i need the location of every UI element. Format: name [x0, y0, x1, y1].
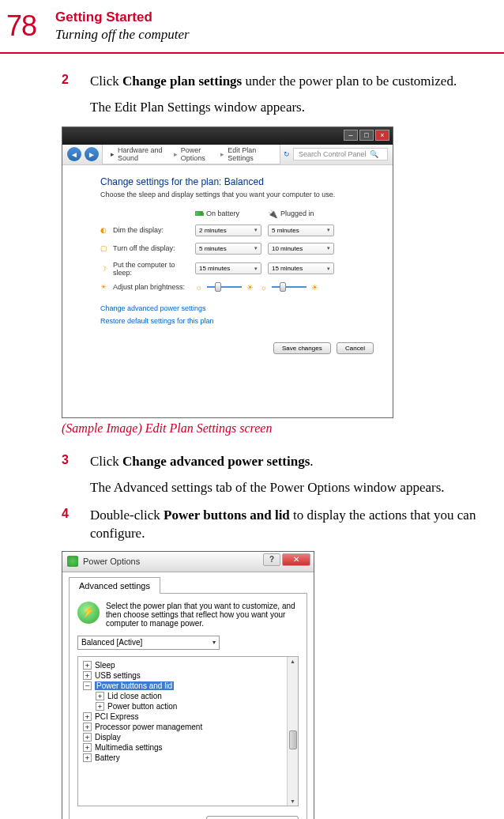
off-battery-select[interactable]: 5 minutes▾ [195, 243, 261, 255]
chevron-down-icon: ▾ [327, 227, 330, 233]
back-button[interactable]: ◄ [67, 147, 81, 161]
plug-icon: 🔌 [268, 209, 277, 218]
step4-pre: Double-click [90, 508, 164, 523]
expand-icon[interactable]: + [83, 671, 92, 680]
expand-icon[interactable]: + [96, 702, 104, 711]
bc-edit[interactable]: Edit Plan Settings [228, 146, 272, 162]
header-rule [0, 52, 504, 54]
row-sleep: ☽ Put the computer to sleep: 15 minutes▾… [100, 261, 374, 277]
search-icon: 🔍 [370, 150, 378, 158]
step3-followup: The Advanced settings tab of the Power O… [90, 479, 482, 497]
tree-pci-label: PCI Express [95, 712, 139, 721]
off-plugged-select[interactable]: 10 minutes▾ [268, 243, 334, 255]
dialog-titlebar[interactable]: Power Options ? ✕ [62, 552, 314, 572]
display-off-icon: ▢ [100, 244, 113, 252]
page-number: 78 [6, 9, 36, 43]
step-text: Double-click Power buttons and lid to di… [90, 507, 482, 543]
tree-processor[interactable]: +Processor power management [81, 722, 295, 732]
sleep-plugged-select[interactable]: 15 minutes▾ [268, 262, 334, 274]
close-button[interactable]: × [375, 130, 389, 141]
collapse-icon[interactable]: − [83, 681, 92, 690]
slider-thumb[interactable] [215, 282, 221, 292]
expand-icon[interactable]: + [83, 753, 92, 762]
row-dim: ◐ Dim the display: 2 minutes▾ 5 minutes▾ [100, 225, 374, 236]
bc-power[interactable]: Power Options [181, 146, 217, 162]
scroll-up-icon[interactable]: ▲ [288, 657, 297, 666]
step3-pre: Click [90, 454, 122, 469]
screenshot1-caption: (Sample Image) Edit Plan Settings screen [62, 421, 482, 436]
close-button[interactable]: ✕ [282, 553, 310, 566]
tree-mm-label: Multimedia settings [95, 743, 163, 752]
expand-icon[interactable]: + [96, 692, 104, 700]
dim-label: Dim the display: [113, 226, 195, 234]
col-battery-label: On battery [206, 209, 239, 217]
breadcrumb[interactable]: ▸ Hardware and Sound ▸ Power Options ▸ E… [102, 144, 280, 164]
save-button[interactable]: Save changes [273, 342, 331, 354]
bc-sep: ▸ [174, 150, 178, 158]
tree-scrollbar[interactable]: ▲ ▼ [287, 657, 298, 806]
tree-power-buttons-lid[interactable]: −Power buttons and lid [81, 681, 295, 691]
scroll-thumb[interactable] [289, 730, 297, 749]
chevron-down-icon: ▾ [327, 245, 330, 251]
tree-display-label: Display [95, 733, 121, 742]
window-titlebar[interactable]: – □ × [62, 127, 393, 145]
tree-sleep[interactable]: +Sleep [81, 660, 295, 670]
slider-track[interactable] [272, 286, 307, 288]
tree-pci[interactable]: +PCI Express [81, 711, 295, 722]
expand-icon[interactable]: + [83, 712, 92, 721]
tree-usb[interactable]: +USB settings [81, 670, 295, 681]
tree-pba-label: Power button action [107, 702, 177, 711]
tree-battery[interactable]: +Battery [81, 753, 295, 763]
col-plugged-label: Plugged in [280, 209, 314, 217]
step-number: 2 [62, 73, 90, 91]
expand-icon[interactable]: + [83, 723, 92, 731]
tree-power-button-action[interactable]: +Power button action [81, 701, 295, 711]
expand-icon[interactable]: + [83, 743, 92, 752]
bc-sep2: ▸ [220, 150, 224, 158]
expand-icon[interactable]: + [83, 661, 92, 670]
sleep-battery-select[interactable]: 15 minutes▾ [195, 262, 261, 274]
dim-icon: ◐ [100, 226, 113, 234]
chevron-down-icon: ▾ [254, 227, 258, 233]
help-button[interactable]: ? [263, 553, 280, 566]
plan-select[interactable]: Balanced [Active] ▾ [77, 636, 220, 650]
maximize-button[interactable]: □ [359, 130, 374, 141]
power-plan-icon [77, 602, 100, 624]
forward-button[interactable]: ► [85, 147, 99, 161]
dim-battery-select[interactable]: 2 minutes▾ [195, 225, 261, 236]
cancel-button[interactable]: Cancel [337, 342, 374, 354]
tree-multimedia[interactable]: +Multimedia settings [81, 742, 295, 753]
window-subtitle: Choose the sleep and display settings th… [100, 191, 374, 198]
settings-tree[interactable]: +Sleep +USB settings −Power buttons and … [77, 656, 299, 806]
row-off: ▢ Turn off the display: 5 minutes▾ 10 mi… [100, 243, 374, 255]
step-text: Click Change plan settings under the pow… [90, 73, 482, 91]
slider-thumb[interactable] [280, 282, 286, 292]
chevron-down-icon: ▾ [254, 266, 258, 272]
expand-icon[interactable]: + [83, 733, 92, 742]
slider-track[interactable] [207, 286, 242, 288]
tree-lid-close[interactable]: +Lid close action [81, 691, 295, 701]
bc-hardware[interactable]: Hardware and Sound [118, 146, 171, 162]
restore-defaults-link[interactable]: Restore default settings for this plan [100, 317, 374, 325]
tree-lid-label: Lid close action [107, 692, 162, 700]
search-box[interactable]: Search Control Panel 🔍 [293, 148, 388, 160]
dialog-description: Select the power plan that you want to c… [106, 602, 299, 628]
step4-bold: Power buttons and lid [164, 508, 290, 523]
power-icon [67, 556, 78, 567]
step2-bold: Change plan settings [122, 74, 242, 89]
tree-display[interactable]: +Display [81, 732, 295, 742]
bright-plugged-slider[interactable]: ☼☀ [260, 283, 318, 292]
refresh-icon[interactable]: ↻ [284, 150, 290, 158]
restore-plan-defaults-button[interactable]: Restore plan defaults [206, 816, 299, 819]
tree-sleep-label: Sleep [95, 661, 115, 670]
off-label: Turn off the display: [113, 244, 195, 252]
step-2: 2 Click Change plan settings under the p… [62, 73, 482, 91]
advanced-settings-tab[interactable]: Advanced settings [69, 577, 160, 594]
scroll-down-icon[interactable]: ▼ [288, 797, 297, 806]
step2-post: under the power plan to be customized. [242, 74, 457, 89]
dim-plugged-select[interactable]: 5 minutes▾ [268, 225, 334, 236]
change-advanced-link[interactable]: Change advanced power settings [100, 304, 374, 312]
minimize-button[interactable]: – [344, 130, 358, 141]
sun-high-icon: ☀ [311, 283, 318, 292]
bright-battery-slider[interactable]: ☼☀ [195, 283, 254, 292]
